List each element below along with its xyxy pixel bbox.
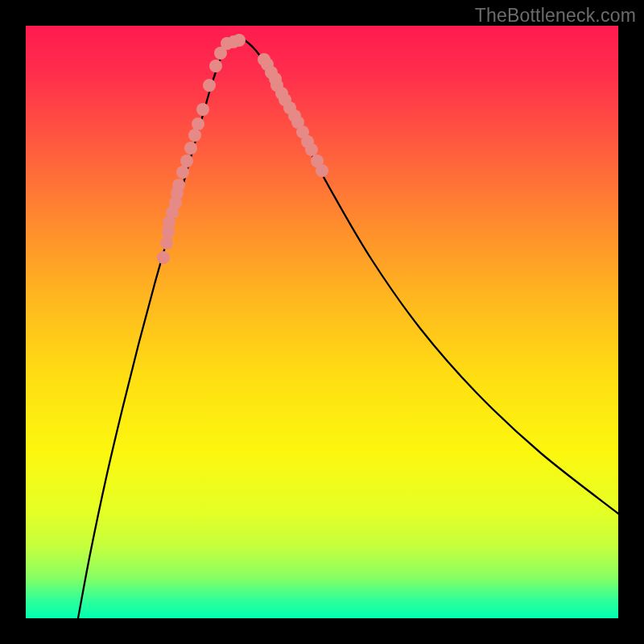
bottleneck-curve xyxy=(78,37,618,618)
cluster-dot xyxy=(305,143,318,156)
chart-svg xyxy=(26,26,618,618)
cluster-dot xyxy=(180,155,193,167)
cluster-dot xyxy=(157,251,170,264)
chart-frame: TheBottleneck.com xyxy=(0,0,644,644)
cluster-dot xyxy=(160,237,173,250)
cluster-dot xyxy=(192,118,204,130)
cluster-dot xyxy=(316,164,328,177)
cluster-dot xyxy=(203,79,216,92)
cluster-dot xyxy=(209,60,222,72)
cluster-dot xyxy=(184,142,197,155)
watermark-text: TheBottleneck.com xyxy=(475,5,636,27)
curve-layer xyxy=(78,37,618,618)
cluster-dot xyxy=(233,34,246,47)
plot-area xyxy=(26,26,618,618)
cluster-dot xyxy=(172,179,185,192)
cluster-dot xyxy=(188,129,201,142)
dot-cluster xyxy=(157,34,328,264)
cluster-dot xyxy=(196,103,209,116)
cluster-dot xyxy=(176,166,189,179)
